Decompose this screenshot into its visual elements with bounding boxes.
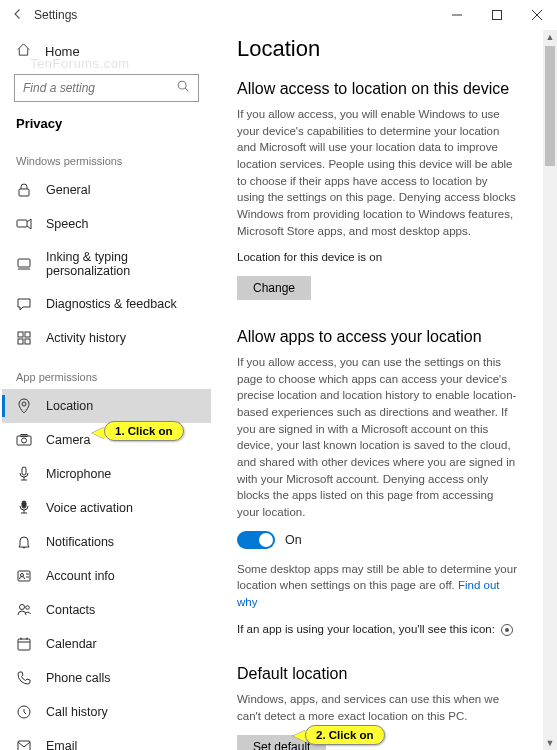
change-button[interactable]: Change bbox=[237, 276, 311, 300]
svg-point-16 bbox=[22, 438, 27, 443]
home-icon bbox=[16, 42, 31, 60]
email-icon bbox=[16, 738, 32, 750]
location-in-use-icon bbox=[501, 624, 513, 636]
location-icon-note: If an app is using your location, you'll… bbox=[237, 621, 517, 638]
content-pane: Location Allow access to location on thi… bbox=[213, 30, 543, 750]
svg-rect-26 bbox=[18, 639, 30, 650]
svg-rect-7 bbox=[17, 220, 27, 227]
nav-label: Email bbox=[46, 739, 77, 750]
search-input[interactable] bbox=[14, 74, 199, 102]
account-icon bbox=[16, 568, 32, 584]
sidebar-item-calendar[interactable]: Calendar bbox=[2, 627, 211, 661]
nav-label: Phone calls bbox=[46, 671, 111, 685]
scrollbar[interactable]: ▲ ▼ bbox=[543, 30, 557, 750]
nav-label: Speech bbox=[46, 217, 88, 231]
svg-line-5 bbox=[185, 88, 188, 91]
bell-icon bbox=[16, 534, 32, 550]
nav-label: Call history bbox=[46, 705, 108, 719]
svg-rect-8 bbox=[18, 259, 30, 267]
phone-icon bbox=[16, 670, 32, 686]
sidebar-item-general[interactable]: General bbox=[2, 173, 211, 207]
calendar-icon bbox=[16, 636, 32, 652]
svg-rect-15 bbox=[17, 436, 31, 445]
sidebar-item-email[interactable]: Email bbox=[2, 729, 211, 750]
section-title: Default location bbox=[237, 665, 517, 683]
svg-rect-12 bbox=[18, 339, 23, 344]
title-bar: Settings bbox=[0, 0, 557, 30]
history-icon bbox=[16, 704, 32, 720]
scroll-up-arrow[interactable]: ▲ bbox=[543, 30, 557, 44]
nav-label: Location bbox=[46, 399, 93, 413]
desktop-apps-note: Some desktop apps may still be able to d… bbox=[237, 561, 517, 611]
lock-icon bbox=[16, 182, 32, 198]
nav-label: Notifications bbox=[46, 535, 114, 549]
nav-label: Diagnostics & feedback bbox=[46, 297, 177, 311]
window-title: Settings bbox=[34, 8, 77, 22]
svg-rect-11 bbox=[25, 332, 30, 337]
sidebar-item-activity[interactable]: Activity history bbox=[2, 321, 211, 355]
nav-label: Microphone bbox=[46, 467, 111, 481]
speech-icon bbox=[16, 216, 32, 232]
sidebar-item-notifications[interactable]: Notifications bbox=[2, 525, 211, 559]
svg-rect-18 bbox=[22, 467, 26, 475]
close-button[interactable] bbox=[517, 0, 557, 30]
location-toggle[interactable] bbox=[237, 531, 275, 549]
page-title: Location bbox=[237, 36, 517, 62]
sidebar-item-phonecalls[interactable]: Phone calls bbox=[2, 661, 211, 695]
search-field[interactable] bbox=[23, 81, 176, 95]
group-label: Windows permissions bbox=[2, 139, 211, 173]
svg-point-4 bbox=[178, 81, 186, 89]
sidebar-item-diagnostics[interactable]: Diagnostics & feedback bbox=[2, 287, 211, 321]
annotation-step1: 1. Click on bbox=[104, 421, 184, 441]
location-icon bbox=[16, 398, 32, 414]
svg-point-24 bbox=[20, 605, 25, 610]
svg-point-14 bbox=[22, 402, 26, 406]
activity-icon bbox=[16, 330, 32, 346]
scroll-thumb[interactable] bbox=[545, 46, 555, 166]
scroll-down-arrow[interactable]: ▼ bbox=[543, 736, 557, 750]
svg-point-25 bbox=[26, 606, 30, 610]
back-button[interactable] bbox=[12, 8, 24, 23]
group-label: App permissions bbox=[2, 355, 211, 389]
camera-icon bbox=[16, 432, 32, 448]
nav-label: Contacts bbox=[46, 603, 95, 617]
sidebar: Home Privacy Windows permissions General… bbox=[0, 30, 213, 750]
annotation-arrow bbox=[92, 427, 105, 439]
toggle-label: On bbox=[285, 533, 302, 547]
svg-rect-6 bbox=[19, 189, 29, 196]
annotation-arrow bbox=[293, 730, 306, 742]
section-body: If you allow access, you can use the set… bbox=[237, 354, 517, 521]
nav-label: Camera bbox=[46, 433, 90, 447]
sidebar-item-account[interactable]: Account info bbox=[2, 559, 211, 593]
search-icon bbox=[176, 79, 190, 97]
minimize-button[interactable] bbox=[437, 0, 477, 30]
section-title: Allow apps to access your location bbox=[237, 328, 517, 346]
sidebar-item-location[interactable]: Location bbox=[2, 389, 211, 423]
home-label: Home bbox=[45, 44, 80, 59]
section-title: Allow access to location on this device bbox=[237, 80, 517, 98]
section-body: If you allow access, you will enable Win… bbox=[237, 106, 517, 239]
nav-label: Calendar bbox=[46, 637, 97, 651]
inking-icon bbox=[16, 256, 32, 272]
location-status: Location for this device is on bbox=[237, 249, 517, 266]
sidebar-item-voice[interactable]: Voice activation bbox=[2, 491, 211, 525]
nav-label: General bbox=[46, 183, 90, 197]
sidebar-item-speech[interactable]: Speech bbox=[2, 207, 211, 241]
sidebar-item-microphone[interactable]: Microphone bbox=[2, 457, 211, 491]
svg-rect-1 bbox=[493, 11, 502, 20]
svg-rect-20 bbox=[18, 571, 30, 581]
section-body: Windows, apps, and services can use this… bbox=[237, 691, 517, 724]
sidebar-item-home[interactable]: Home bbox=[2, 34, 211, 68]
sidebar-item-inking[interactable]: Inking & typing personalization bbox=[2, 241, 211, 287]
annotation-step2: 2. Click on bbox=[305, 725, 385, 745]
contacts-icon bbox=[16, 602, 32, 618]
sidebar-item-contacts[interactable]: Contacts bbox=[2, 593, 211, 627]
microphone-icon bbox=[16, 466, 32, 482]
nav-label: Inking & typing personalization bbox=[46, 250, 197, 278]
svg-rect-13 bbox=[25, 339, 30, 344]
maximize-button[interactable] bbox=[477, 0, 517, 30]
svg-rect-31 bbox=[18, 741, 30, 750]
feedback-icon bbox=[16, 296, 32, 312]
nav-label: Activity history bbox=[46, 331, 126, 345]
sidebar-item-callhistory[interactable]: Call history bbox=[2, 695, 211, 729]
